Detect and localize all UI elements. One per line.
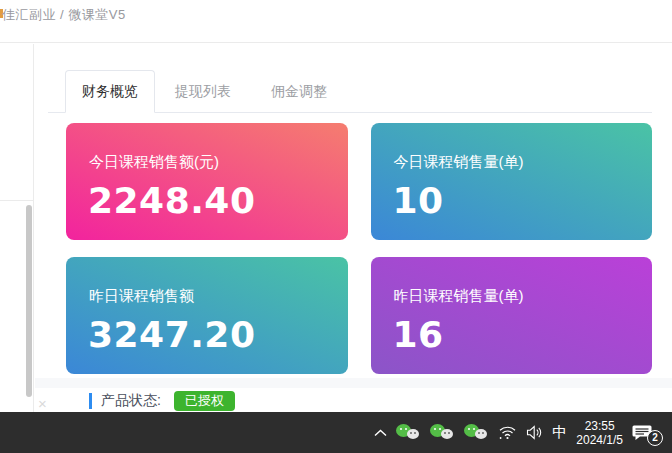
stat-card-yesterday-sales-count: 昨日课程销售量(单) 16 <box>371 257 653 374</box>
stat-card-label: 今日课程销售额(元) <box>89 153 348 172</box>
breadcrumb[interactable]: 佳汇副业 / 微课堂V5 <box>2 6 126 24</box>
wechat-bubble-small <box>407 429 419 439</box>
clock-date: 2024/1/5 <box>576 433 623 447</box>
action-center-icon[interactable]: 2 <box>632 424 654 442</box>
main-content: 财务概览 提现列表 佣金调整 今日课程销售额(元) 2248.40 今日课程销售… <box>35 44 672 412</box>
stat-card-value: 10 <box>393 180 653 221</box>
stat-card-today-sales-count: 今日课程销售量(单) 10 <box>371 123 653 240</box>
wechat-bubble-small <box>441 429 453 439</box>
stat-card-label: 昨日课程销售额 <box>89 287 348 306</box>
ime-language-indicator[interactable]: 中 <box>552 423 567 442</box>
left-sidebar <box>0 44 34 412</box>
wechat-icon[interactable] <box>430 424 455 441</box>
status-badge: 已授权 <box>174 391 235 411</box>
wifi-icon[interactable] <box>498 425 517 440</box>
stat-card-value: 3247.20 <box>88 314 348 355</box>
wechat-icon[interactable] <box>464 424 489 441</box>
stat-card-yesterday-sales-amount: 昨日课程销售额 3247.20 <box>66 257 348 374</box>
taskbar-clock[interactable]: 23:55 2024/1/5 <box>576 419 623 447</box>
wechat-icon[interactable] <box>396 424 421 441</box>
scrollbar-thumb[interactable] <box>26 205 32 397</box>
wechat-bubble-small <box>475 429 487 439</box>
tab-finance-overview[interactable]: 财务概览 <box>65 70 155 113</box>
stat-card-value: 16 <box>393 314 653 355</box>
stat-card-value: 2248.40 <box>88 180 348 221</box>
stat-card-today-sales-amount: 今日课程销售额(元) 2248.40 <box>66 123 348 240</box>
system-tray: 中 23:55 2024/1/5 2 <box>374 419 672 447</box>
stat-card-label: 今日课程销售量(单) <box>394 153 653 172</box>
clock-time: 23:55 <box>576 419 623 433</box>
windows-taskbar: 中 23:55 2024/1/5 2 <box>0 412 672 453</box>
notification-count-badge: 2 <box>647 430 663 446</box>
section-accent-bar <box>89 393 92 409</box>
app-window: 佳汇副业 / 微课堂V5 财务概览 提现列表 佣金调整 今日课程销售额(元) 2… <box>0 0 672 453</box>
panel-gap <box>35 378 672 388</box>
tab-commission-adjust[interactable]: 佣金调整 <box>251 70 347 112</box>
sidebar-divider <box>0 200 33 201</box>
volume-icon[interactable] <box>526 425 543 440</box>
tab-withdrawal-list[interactable]: 提现列表 <box>155 70 251 112</box>
chevron-up-icon[interactable] <box>374 429 387 437</box>
product-status-row: 产品状态: 已授权 <box>89 391 235 411</box>
tab-bar: 财务概览 提现列表 佣金调整 <box>48 70 652 113</box>
cropped-close-glyph: × <box>38 395 47 412</box>
page-header: 佳汇副业 / 微课堂V5 <box>0 0 672 43</box>
stat-card-label: 昨日课程销售量(单) <box>394 287 653 306</box>
stat-cards-grid: 今日课程销售额(元) 2248.40 今日课程销售量(单) 10 昨日课程销售额… <box>66 123 652 374</box>
product-status-label: 产品状态: <box>101 392 161 410</box>
